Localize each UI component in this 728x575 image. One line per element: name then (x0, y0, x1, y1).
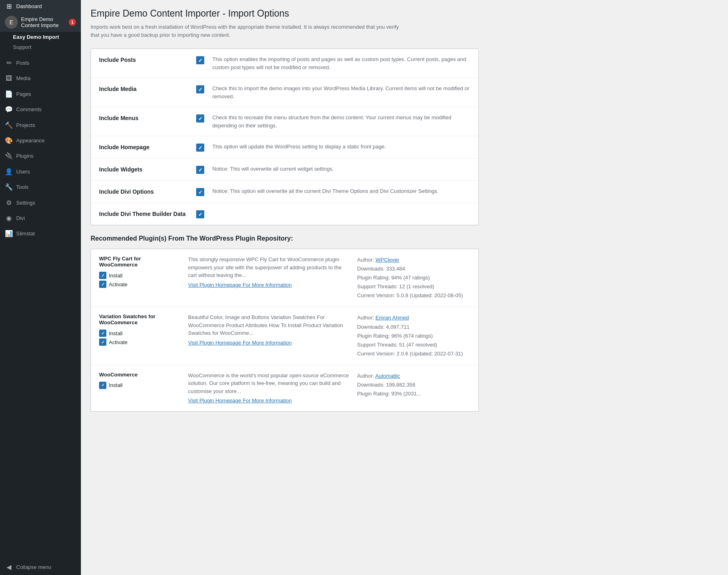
plugin-swatches-install-row: Install (99, 330, 180, 337)
sidebar-item-label: Appearance (16, 137, 44, 144)
include-divi-theme-builder-checkbox[interactable] (196, 210, 204, 218)
include-posts-checkbox-wrap (196, 55, 204, 64)
settings-icon: ⚙ (5, 199, 13, 207)
include-widgets-checkbox-wrap (196, 165, 204, 174)
include-media-label: Include Media (99, 85, 188, 93)
sidebar-item-posts[interactable]: ✏ Posts (0, 55, 81, 71)
plugin-swatches-install-label: Install (109, 330, 123, 336)
sidebar-item-label: Pages (16, 91, 31, 98)
sidebar-item-collapse[interactable]: ◀ Collapse menu (0, 560, 81, 575)
sidebar-subitem-support[interactable]: Support (0, 42, 81, 52)
sidebar-item-label: Dashboard (16, 3, 42, 9)
projects-icon: 🔨 (5, 121, 13, 130)
sidebar-item-appearance[interactable]: 🎨 Appearance (0, 133, 81, 148)
sidebar-item-empire-demo[interactable]: E Empire Demo Content Importe 1 (0, 13, 81, 32)
include-divi-theme-builder-label: Include Divi Theme Builder Data (99, 209, 188, 218)
plugin-swatches-activate-label: Activate (109, 339, 127, 345)
sidebar-item-users[interactable]: 👤 Users (0, 164, 81, 180)
plugin-woo-install-label: Install (109, 382, 123, 388)
include-homepage-checkbox[interactable] (196, 144, 204, 152)
plugin-woo-name: WooCommerce (99, 372, 180, 378)
sidebar-item-label: Divi (16, 215, 25, 222)
plugin-swatches-description: Beautiful Color, Image and Buttons Varia… (188, 313, 349, 347)
plugin-woo-author-link[interactable]: Automattic (375, 373, 400, 379)
plugins-table: WPC Fly Cart for WooCommerce Install Act… (91, 249, 479, 412)
sidebar-item-label: Plugins (16, 152, 34, 160)
include-menus-checkbox-wrap (196, 114, 204, 123)
option-row-include-menus: Include Menus Check this to recreate the… (91, 107, 478, 136)
sidebar-item-slimstat[interactable]: 📊 Slimstat (0, 226, 81, 241)
plugin-name-col-wpc: WPC Fly Cart for WooCommerce Install Act… (99, 256, 180, 290)
plugin-wpc-activate-checkbox[interactable] (99, 281, 106, 288)
sidebar-item-label: Settings (16, 199, 35, 207)
include-posts-checkbox[interactable] (196, 56, 204, 64)
empire-demo-avatar: E (5, 16, 18, 29)
include-widgets-label: Include Widgets (99, 165, 188, 174)
include-divi-options-checkbox-wrap (196, 187, 204, 196)
plugin-wpc-install-row: Install (99, 272, 180, 279)
sidebar-item-divi[interactable]: ◉ Divi (0, 211, 81, 226)
media-icon: 🖼 (5, 74, 13, 83)
plugin-swatches-activate-checkbox[interactable] (99, 338, 106, 346)
plugin-wpc-link[interactable]: Visit Plugin Homepage For More Informati… (188, 281, 349, 289)
option-row-include-divi-options: Include Divi Options Notice: This option… (91, 181, 478, 203)
option-row-include-posts: Include Posts This option enables the im… (91, 49, 478, 78)
divi-icon: ◉ (5, 214, 13, 223)
include-widgets-checkbox[interactable] (196, 166, 204, 174)
sidebar-item-dashboard[interactable]: ⊞ Dashboard (0, 0, 81, 13)
sidebar-item-pages[interactable]: 📄 Pages (0, 87, 81, 102)
plugin-wpc-install-label: Install (109, 273, 123, 279)
plugin-swatches-author-link[interactable]: Emran Ahmed (376, 315, 409, 321)
include-homepage-label: Include Homepage (99, 143, 188, 152)
sidebar-item-tools[interactable]: 🔧 Tools (0, 180, 81, 195)
dashboard-icon: ⊞ (5, 2, 13, 10)
include-posts-label: Include Posts (99, 55, 188, 64)
include-menus-checkbox[interactable] (196, 114, 204, 123)
page-description: Imports work best on a fresh installatio… (91, 23, 406, 39)
plugin-wpc-name: WPC Fly Cart for WooCommerce (99, 256, 180, 268)
include-divi-theme-builder-checkbox-wrap (196, 209, 204, 218)
plugin-swatches-name: Variation Swatches for WooCommerce (99, 313, 180, 326)
sidebar-item-media[interactable]: 🖼 Media (0, 71, 81, 86)
include-media-description: Check this to import the demo images int… (212, 85, 470, 100)
plugin-woo-install-checkbox[interactable] (99, 382, 106, 389)
sidebar-item-label: Media (16, 75, 30, 82)
plugin-swatches-meta: Author: Emran Ahmed Downloads: 4,097,711… (357, 313, 470, 358)
plugin-wpc-description: This strongly responsive WPC Fly Cart fo… (188, 256, 349, 289)
appearance-icon: 🎨 (5, 136, 13, 145)
plugin-wpc-meta: Author: WPClever Downloads: 333,484 Plug… (357, 256, 470, 300)
notification-badge: 1 (69, 19, 76, 26)
sidebar-item-settings[interactable]: ⚙ Settings (0, 195, 81, 211)
slimstat-icon: 📊 (5, 229, 13, 238)
sidebar: ⊞ Dashboard E Empire Demo Content Import… (0, 0, 81, 575)
plugin-swatches-link[interactable]: Visit Plugin Homepage For More Informati… (188, 339, 349, 347)
plugin-wpc-install-checkbox[interactable] (99, 272, 106, 279)
users-icon: 👤 (5, 167, 13, 176)
plugin-woo-description: WooCommerce is the world's most popular … (188, 372, 349, 405)
page-title: Empire Demo Content Importer - Import Op… (91, 8, 718, 19)
sidebar-item-plugins[interactable]: 🔌 Plugins (0, 148, 81, 164)
sidebar-item-comments[interactable]: 💬 Comments (0, 102, 81, 117)
plugin-wpc-author-link[interactable]: WPClever (376, 257, 400, 263)
tools-icon: 🔧 (5, 183, 13, 192)
sidebar-item-projects[interactable]: 🔨 Projects (0, 118, 81, 133)
include-media-checkbox[interactable] (196, 85, 204, 93)
include-divi-options-checkbox[interactable] (196, 188, 204, 196)
sidebar-item-label: Comments (16, 106, 42, 113)
plugins-section-title: Recommended Plugin(s) From The WordPress… (91, 235, 718, 242)
plugin-wpc-activate-label: Activate (109, 281, 127, 288)
include-homepage-checkbox-wrap (196, 143, 204, 152)
plugin-swatches-install-checkbox[interactable] (99, 330, 106, 337)
posts-icon: ✏ (5, 59, 13, 68)
sidebar-item-label: Posts (16, 59, 30, 67)
sidebar-item-label: Slimstat (16, 230, 35, 237)
import-options-table: Include Posts This option enables the im… (91, 49, 479, 225)
plugin-name-col-woo: WooCommerce Install (99, 372, 180, 391)
include-divi-options-description: Notice: This option will overwrite all t… (212, 187, 470, 195)
plugin-woo-meta: Author: Automattic Downloads: 199,882,35… (357, 372, 470, 398)
plugin-row-wpc-fly-cart: WPC Fly Cart for WooCommerce Install Act… (91, 249, 478, 307)
option-row-include-homepage: Include Homepage This option will update… (91, 136, 478, 159)
main-content: Empire Demo Content Importer - Import Op… (81, 0, 728, 575)
sidebar-subitem-easy-demo-import[interactable]: Easy Demo Import (0, 32, 81, 42)
plugin-woo-link[interactable]: Visit Plugin Homepage For More Informati… (188, 397, 349, 405)
